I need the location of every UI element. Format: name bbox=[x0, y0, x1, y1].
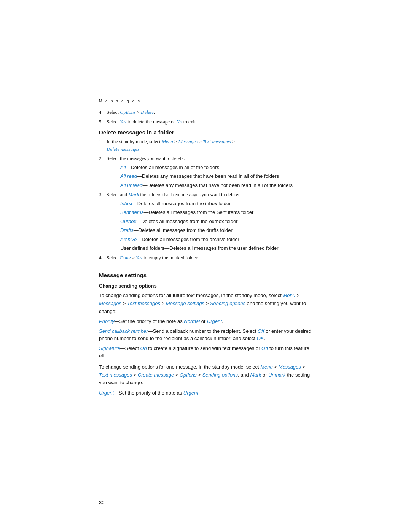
mark-link-2: Mark bbox=[250, 372, 261, 378]
delete-all-item: All—Deletes all messages in all of the f… bbox=[113, 164, 312, 171]
off-link-1: Off bbox=[258, 328, 264, 334]
unmark-link: Unmark bbox=[268, 372, 286, 378]
signature-term: Signature bbox=[99, 345, 120, 351]
delete-messages-link: Delete messages bbox=[107, 146, 139, 152]
urgent-term: Urgent bbox=[99, 390, 114, 396]
menu-link-1: Menu bbox=[162, 139, 173, 144]
all-link: All bbox=[120, 165, 126, 170]
page-number: 30 bbox=[99, 500, 104, 505]
delete-step-1: 1. In the standby mode, select Menu > Me… bbox=[99, 138, 312, 153]
text-messages-link-3: Text messages bbox=[99, 372, 132, 378]
menu-link-2: Menu bbox=[283, 292, 295, 298]
delete-step-3: 3. Select and Mark the folders that have… bbox=[99, 191, 312, 252]
urgent-item: Urgent—Set the priority of the note as U… bbox=[99, 389, 312, 397]
options-link-2: Options bbox=[180, 372, 197, 378]
delete-step-4: 4. Select Done > Yes to empty the marked… bbox=[99, 254, 312, 262]
delete-type-list: All—Deletes all messages in all of the f… bbox=[107, 164, 312, 189]
message-settings-link: Message settings bbox=[166, 300, 204, 306]
delete-link: Delete bbox=[141, 109, 154, 115]
text-messages-link-2: Text messages bbox=[127, 300, 160, 306]
archive-item: Archive—Deletes all messages from the ar… bbox=[113, 236, 312, 243]
outbox-link: Outbox bbox=[120, 219, 136, 224]
ok-link: OK bbox=[257, 335, 264, 341]
inbox-item: Inbox—Deletes all messages from the inbo… bbox=[113, 200, 312, 208]
archive-link: Archive bbox=[120, 236, 137, 242]
delete-all-read-item: All read—Deletes any messages that have … bbox=[113, 173, 312, 180]
sending-options-link: Sending options bbox=[210, 300, 245, 306]
callback-item: Send callback number—Send a callback num… bbox=[99, 328, 312, 342]
continuation-steps: 4. Select Options > Delete. 5. Select Ye… bbox=[99, 109, 312, 125]
message-settings-section: Message settings Change sending options … bbox=[99, 272, 312, 397]
priority-item: Priority—Set the priority of the note as… bbox=[99, 318, 312, 325]
yes-link-2: Yes bbox=[136, 255, 142, 260]
inbox-link: Inbox bbox=[120, 201, 132, 206]
yes-link: Yes bbox=[120, 119, 126, 125]
urgent-link-1: Urgent bbox=[207, 318, 222, 324]
options-link: Options bbox=[120, 109, 135, 115]
all-unread-link: All unread bbox=[120, 182, 143, 188]
section-label: M e s s a g e s bbox=[99, 99, 312, 103]
user-defined-item: User defined folders—Deletes all message… bbox=[113, 244, 312, 252]
create-message-link: Create message bbox=[138, 372, 174, 378]
folder-list: Inbox—Deletes all messages from the inbo… bbox=[107, 200, 312, 252]
callback-term: Send callback number bbox=[99, 328, 148, 334]
change-sending-heading: Change sending options bbox=[99, 283, 312, 289]
delete-steps: 1. In the standby mode, select Menu > Me… bbox=[99, 138, 312, 261]
mark-link-1: Mark bbox=[128, 192, 139, 197]
priority-term: Priority bbox=[99, 318, 114, 324]
change-sending-section: Change sending options To change sending… bbox=[99, 283, 312, 397]
sent-items-link: Sent items bbox=[120, 209, 143, 215]
signature-item: Signature—Select On to create a signatur… bbox=[99, 345, 312, 359]
outbox-item: Outbox—Deletes all messages from the out… bbox=[113, 218, 312, 225]
delete-step-2: 2. Select the messages you want to delet… bbox=[99, 155, 312, 189]
messages-link-1: Messages bbox=[178, 139, 198, 144]
delete-messages-section: Delete messages in a folder 1. In the st… bbox=[99, 129, 312, 261]
messages-link-2: Messages bbox=[99, 300, 121, 306]
on-link: On bbox=[140, 345, 147, 351]
all-read-link: All read bbox=[120, 173, 137, 179]
delete-all-unread-item: All unread—Deletes any messages that hav… bbox=[113, 182, 312, 189]
no-link: No bbox=[176, 119, 182, 125]
drafts-link: Drafts bbox=[120, 227, 134, 233]
sending-intro-para: To change sending options for all future… bbox=[99, 292, 312, 315]
text-messages-link-1: Text messages bbox=[203, 139, 231, 144]
off-link-2: Off bbox=[261, 345, 268, 351]
delete-messages-heading: Delete messages in a folder bbox=[99, 129, 312, 136]
drafts-item: Drafts—Deletes all messages from the dra… bbox=[113, 227, 312, 234]
menu-link-3: Menu bbox=[260, 364, 273, 370]
done-link: Done bbox=[120, 255, 131, 260]
urgent-link-2: Urgent bbox=[183, 390, 198, 396]
sending-options-link-2: Sending options bbox=[202, 372, 238, 378]
single-message-para: To change sending options for one messag… bbox=[99, 363, 312, 387]
step-5: 5. Select Yes to delete the message or N… bbox=[99, 118, 312, 126]
message-settings-heading: Message settings bbox=[99, 272, 312, 278]
page: M e s s a g e s 4. Select Options > Dele… bbox=[0, 0, 411, 532]
step-4: 4. Select Options > Delete. bbox=[99, 109, 312, 116]
sent-items-item: Sent items—Deletes all messages from the… bbox=[113, 209, 312, 216]
normal-link: Normal bbox=[184, 318, 200, 324]
messages-link-3: Messages bbox=[279, 364, 301, 370]
